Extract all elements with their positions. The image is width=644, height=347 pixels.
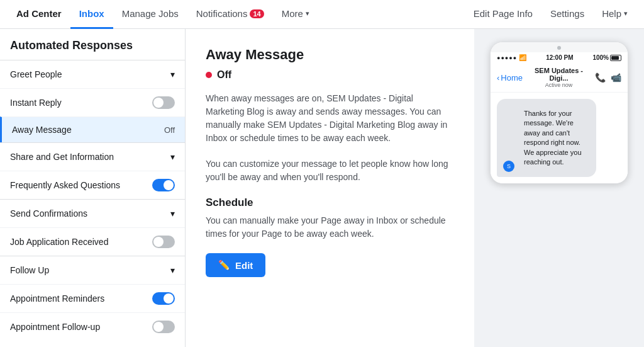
instant-reply-label: Instant Reply [10, 98, 62, 108]
away-message-status: Off [164, 125, 175, 135]
top-navigation: Ad Center Inbox Manage Jobs Notification… [0, 0, 644, 29]
sidebar-title: Automated Responses [0, 29, 185, 60]
share-info-chevron-icon: ▾ [170, 152, 175, 162]
phone-video-icon[interactable]: 📹 [611, 72, 621, 82]
sidebar-section-header-send-confirmations[interactable]: Send Confirmations ▾ [0, 200, 185, 227]
greet-people-chevron-icon: ▾ [170, 69, 175, 79]
content-title: Away Message [206, 47, 454, 63]
edit-button-label: Edit [235, 260, 253, 271]
nav-left-items: Ad Center Inbox Manage Jobs Notification… [8, 0, 318, 28]
faq-toggle-knob [164, 180, 174, 190]
pencil-icon: ✏️ [218, 259, 230, 271]
appointment-followup-toggle-knob [153, 322, 164, 332]
appointment-reminders-toggle[interactable] [152, 292, 175, 305]
back-label: Home [501, 73, 523, 82]
phone-top-bar [491, 42, 628, 52]
phone-contact-name: SEM Updates - Digi... [526, 67, 591, 82]
away-message-label: Away Message [12, 125, 72, 135]
phone-notch-dot [557, 46, 561, 50]
sidebar-section-header-share-info[interactable]: Share and Get Information ▾ [0, 143, 185, 171]
help-chevron-icon: ▾ [624, 9, 628, 18]
nav-item-manage-jobs[interactable]: Manage Jobs [113, 0, 187, 29]
sidebar-section-share-info: Share and Get Information ▾ Frequently A… [0, 142, 185, 199]
phone-back-button[interactable]: ‹ Home [497, 73, 523, 82]
message-bubble: S Thanks for your message. We're away an… [497, 99, 596, 177]
sidebar-item-job-application[interactable]: Job Application Received [0, 227, 185, 256]
send-confirmations-chevron-icon: ▾ [170, 208, 175, 219]
faq-toggle[interactable] [152, 179, 175, 191]
nav-item-edit-page-info[interactable]: Edit Page Info [465, 0, 541, 29]
phone-contact-info: SEM Updates - Digi... Active now [526, 67, 591, 88]
nav-item-ad-center[interactable]: Ad Center [8, 0, 70, 29]
sidebar-item-instant-reply[interactable]: Instant Reply [0, 88, 185, 117]
back-chevron-icon: ‹ [497, 73, 499, 82]
faq-label: Frequently Asked Questions [10, 180, 120, 190]
sidebar-item-away-message[interactable]: Away Message Off [0, 117, 185, 142]
schedule-heading: Schedule [206, 196, 454, 209]
phone-status-bar: ●●●●● 📶 12:00 PM 100% [491, 52, 628, 63]
sidebar-section-send-confirmations: Send Confirmations ▾ Job Application Rec… [0, 199, 185, 256]
phone-signal-dots: ●●●●● [497, 55, 517, 61]
nav-item-more[interactable]: More ▾ [273, 0, 318, 29]
sidebar-item-faq[interactable]: Frequently Asked Questions [0, 171, 185, 199]
appointment-followup-toggle[interactable] [152, 321, 175, 333]
status-text: Off [217, 69, 231, 81]
battery-percent: 100% [592, 54, 609, 61]
more-chevron-icon: ▾ [306, 9, 309, 18]
sidebar-section-label-greet-people: Greet People [10, 69, 62, 79]
content-description-1: When away messages are on, SEM Updates -… [206, 92, 454, 145]
phone-header: ‹ Home SEM Updates - Digi... Active now … [491, 63, 628, 93]
schedule-description: You can manually make your Page away in … [206, 214, 454, 241]
status-dot-icon [206, 72, 212, 78]
battery-fill [611, 56, 619, 60]
sidebar-section-label-share-info: Share and Get Information [10, 152, 114, 162]
notifications-badge: 14 [250, 9, 264, 18]
sidebar-item-appointment-reminders[interactable]: Appointment Reminders [0, 284, 185, 312]
message-avatar: S [503, 161, 514, 172]
phone-actions: 📞 📹 [595, 72, 621, 82]
content-area: Away Message Off When away messages are … [186, 29, 474, 347]
sidebar-section-label-send-confirmations: Send Confirmations [10, 208, 87, 219]
status-row: Off [206, 69, 454, 81]
sidebar-section-header-greet-people[interactable]: Greet People ▾ [0, 60, 185, 88]
job-application-toggle-knob [153, 237, 164, 247]
appointment-followup-label: Appointment Follow-up [10, 322, 100, 332]
job-application-label: Job Application Received [10, 237, 108, 247]
nav-right-items: Edit Page Info Settings Help ▾ [465, 0, 636, 28]
instant-reply-toggle[interactable] [152, 96, 175, 109]
phone-contact-status: Active now [526, 82, 591, 88]
instant-reply-toggle-knob [153, 98, 164, 108]
nav-item-help[interactable]: Help ▾ [593, 0, 636, 29]
battery-icon [610, 55, 621, 61]
main-layout: Automated Responses Greet People ▾ Insta… [0, 29, 644, 347]
nav-item-settings[interactable]: Settings [541, 0, 593, 29]
message-text: Thanks for your message. We're away and … [518, 104, 590, 172]
phone-call-icon[interactable]: 📞 [595, 72, 606, 82]
nav-item-inbox[interactable]: Inbox [70, 0, 113, 29]
follow-up-chevron-icon: ▾ [170, 265, 175, 275]
sidebar-section-header-follow-up[interactable]: Follow Up ▾ [0, 256, 185, 284]
sidebar: Automated Responses Greet People ▾ Insta… [0, 29, 186, 347]
nav-item-notifications[interactable]: Notifications 14 [187, 0, 273, 29]
phone-panel: ●●●●● 📶 12:00 PM 100% ‹ Home SE [474, 29, 644, 347]
appointment-reminders-toggle-knob [164, 293, 174, 304]
sidebar-section-greet-people: Greet People ▾ Instant Reply Away Messag… [0, 60, 185, 142]
sidebar-section-follow-up: Follow Up ▾ Appointment Reminders Appoin… [0, 256, 185, 341]
phone-mockup: ●●●●● 📶 12:00 PM 100% ‹ Home SE [490, 42, 628, 184]
phone-time: 12:00 PM [546, 54, 573, 61]
content-description-2: You can customize your message to let pe… [206, 157, 454, 184]
avatar-icon: S [507, 162, 511, 171]
edit-button[interactable]: ✏️ Edit [206, 253, 265, 277]
sidebar-item-appointment-followup[interactable]: Appointment Follow-up [0, 312, 185, 341]
wifi-icon: 📶 [519, 54, 526, 61]
sidebar-section-label-follow-up: Follow Up [10, 265, 49, 275]
phone-messages: S Thanks for your message. We're away an… [491, 93, 628, 183]
job-application-toggle[interactable] [152, 236, 175, 248]
appointment-reminders-label: Appointment Reminders [10, 293, 104, 304]
